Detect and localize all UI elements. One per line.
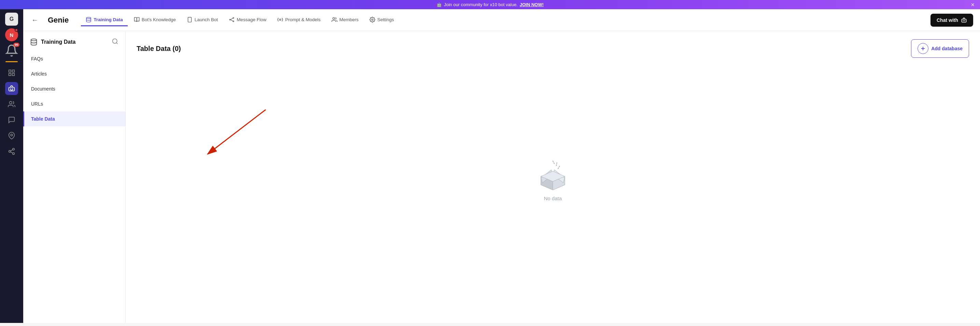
app-layout: G N 99 (0, 9, 980, 323)
workspace-avatar[interactable]: G (5, 13, 18, 26)
svg-point-29 (113, 39, 117, 43)
left-panel-title-row: Training Data (30, 38, 75, 46)
sidebar-users-icon[interactable] (5, 98, 18, 111)
svg-point-7 (10, 101, 12, 104)
left-panel-title: Training Data (41, 39, 75, 45)
svg-point-27 (965, 20, 965, 21)
notifications-bell[interactable]: 99 (5, 44, 18, 57)
svg-line-41 (558, 166, 560, 169)
header-nav: Training Data Bot's Knowledge (81, 14, 922, 26)
top-banner: 🤖 Join our community for x10 bot value. … (0, 0, 980, 9)
tab-training-data-label: Training Data (94, 17, 123, 22)
svg-point-17 (229, 19, 231, 20)
svg-point-22 (280, 19, 281, 20)
svg-rect-25 (962, 19, 966, 22)
svg-line-20 (231, 18, 233, 19)
left-panel-item-faqs[interactable]: FAQs (23, 51, 125, 66)
svg-point-26 (963, 20, 964, 21)
left-panel: Training Data FAQs Articles Documents UR… (23, 31, 126, 323)
svg-point-9 (13, 148, 15, 150)
sidebar-grid-icon[interactable] (5, 66, 18, 79)
left-panel-item-urls[interactable]: URLs (23, 96, 125, 112)
svg-point-28 (31, 38, 37, 41)
tab-prompt-models[interactable]: Prompt & Models (272, 14, 325, 26)
svg-rect-2 (9, 74, 11, 75)
svg-line-12 (11, 152, 13, 153)
right-panel: Table Data (0) Add database (126, 31, 980, 323)
main-area: ← Genie Training Data (23, 9, 980, 323)
svg-point-10 (9, 150, 11, 152)
page-title: Genie (48, 16, 68, 25)
svg-line-40 (556, 163, 557, 166)
banner-cta[interactable]: JOIN NOW! (520, 2, 544, 7)
svg-line-39 (553, 161, 555, 164)
add-database-button[interactable]: Add database (911, 39, 969, 58)
sidebar-chat-icon[interactable] (5, 113, 18, 126)
svg-point-6 (12, 89, 13, 89)
add-database-label: Add database (931, 46, 963, 51)
training-data-icon (30, 38, 38, 46)
svg-point-18 (233, 18, 234, 18)
sidebar-divider (5, 61, 18, 62)
right-panel-title: Table Data (0) (137, 45, 181, 53)
tab-message-flow[interactable]: Message Flow (224, 14, 271, 26)
tab-training-data[interactable]: Training Data (81, 14, 128, 26)
svg-point-11 (13, 153, 15, 155)
tab-bots-knowledge-label: Bot's Knowledge (142, 17, 176, 22)
chat-with-button[interactable]: Chat with (931, 14, 973, 27)
svg-point-19 (233, 21, 234, 22)
left-panel-item-table-data[interactable]: Table Data (23, 112, 125, 126)
right-panel-header: Table Data (0) Add database (137, 39, 969, 58)
svg-point-8 (11, 134, 13, 136)
tab-members[interactable]: Members (327, 14, 363, 26)
tab-settings[interactable]: Settings (365, 14, 399, 26)
empty-box-illustration (536, 159, 570, 190)
svg-rect-1 (12, 70, 14, 72)
empty-message: No data (544, 195, 562, 201)
tab-prompt-models-label: Prompt & Models (285, 17, 321, 22)
chat-with-label: Chat with (937, 18, 958, 23)
left-sidebar: G N 99 (0, 9, 23, 323)
tab-launch-bot[interactable]: Launch Bot (182, 14, 223, 26)
svg-rect-0 (9, 70, 11, 72)
user-avatar[interactable]: N (5, 28, 18, 42)
svg-point-23 (332, 18, 335, 19)
banner-close-button[interactable]: × (971, 2, 975, 8)
tab-members-label: Members (339, 17, 358, 22)
svg-point-14 (86, 17, 91, 18)
sidebar-bot-icon[interactable] (5, 82, 18, 95)
left-panel-item-articles[interactable]: Articles (23, 66, 125, 82)
add-database-icon (918, 43, 928, 54)
content-layout: Training Data FAQs Articles Documents UR… (23, 31, 980, 323)
svg-line-21 (231, 19, 233, 21)
left-panel-header: Training Data (23, 31, 125, 51)
tab-settings-label: Settings (377, 17, 394, 22)
banner-emoji: 🤖 (436, 2, 442, 7)
left-panel-item-documents[interactable]: Documents (23, 82, 125, 96)
tab-message-flow-label: Message Flow (237, 17, 266, 22)
sidebar-share-icon[interactable] (5, 145, 18, 158)
svg-line-30 (116, 43, 118, 44)
svg-rect-15 (188, 17, 191, 22)
main-header: ← Genie Training Data (23, 9, 980, 31)
notification-dot (15, 28, 18, 32)
tab-launch-bot-label: Launch Bot (195, 17, 218, 22)
back-button[interactable]: ← (30, 15, 40, 25)
left-panel-search-button[interactable] (112, 38, 118, 46)
svg-point-24 (372, 19, 373, 20)
sidebar-location-icon[interactable] (5, 129, 18, 142)
notification-badge: 99 (13, 43, 19, 47)
banner-text: Join our community for x10 bot value. (444, 2, 518, 7)
svg-line-13 (11, 150, 13, 151)
svg-rect-3 (12, 74, 14, 75)
tab-bots-knowledge[interactable]: Bot's Knowledge (129, 14, 181, 26)
empty-state: No data (137, 66, 969, 315)
left-panel-list: FAQs Articles Documents URLs Table Data (23, 51, 125, 126)
svg-point-5 (10, 89, 11, 89)
